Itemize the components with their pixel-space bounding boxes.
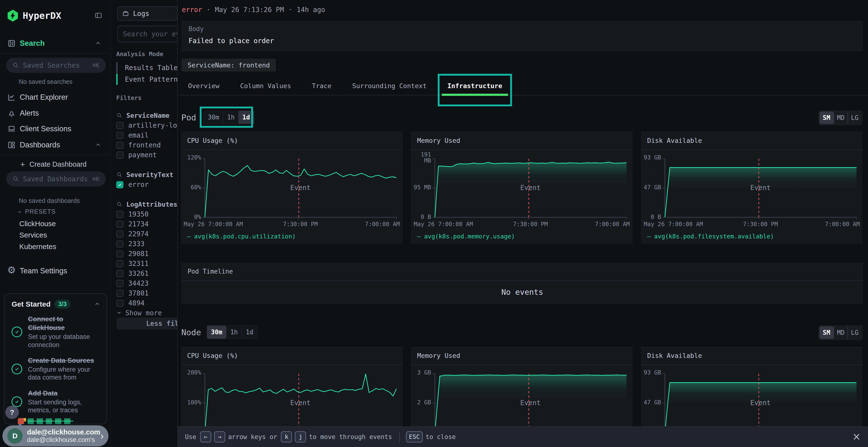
filter-option-label: 4894	[128, 299, 145, 307]
bell-icon	[7, 109, 16, 117]
filter-option[interactable]: 33261	[116, 269, 177, 278]
get-started-task[interactable]: Add DataStart sending logs, metrics, or …	[4, 385, 106, 418]
presets-toggle[interactable]: PRESETS	[17, 208, 56, 215]
sidebar-item-chart-explorer[interactable]: Chart Explorer	[0, 90, 111, 105]
filter-option[interactable]: 32311	[116, 259, 177, 269]
checkbox[interactable]	[116, 260, 123, 267]
sidebar-item-services[interactable]: Services	[19, 231, 47, 239]
tab-trace[interactable]: Trace	[312, 82, 331, 90]
chevron-up-icon[interactable]	[94, 301, 100, 307]
filter-group-logattributes: LogAttributes193502173422974233329081323…	[116, 199, 177, 318]
footer-arrow-text: arrow keys or	[228, 433, 277, 441]
less-filters-button[interactable]: Less fil	[117, 317, 177, 330]
filter-option[interactable]: 21734	[116, 219, 177, 229]
checkbox[interactable]	[116, 270, 123, 277]
chart-title: CPU Usage (%)	[187, 352, 238, 359]
source-selector-button[interactable]: Logs	[117, 6, 177, 21]
pod-size-lg[interactable]: LG	[847, 111, 862, 124]
filter-option[interactable]: error	[116, 180, 177, 190]
filter-option[interactable]: 2333	[116, 239, 177, 249]
legend-label: avg(k8s.pod.filesystem.available)	[654, 233, 774, 240]
chevron-up-icon[interactable]	[95, 40, 101, 46]
filter-group-header[interactable]: ServiceName	[116, 110, 177, 121]
filter-option[interactable]: payment	[116, 150, 177, 160]
checkbox[interactable]	[116, 280, 123, 287]
checkbox-checked[interactable]	[116, 181, 123, 188]
filter-option-label: error	[128, 181, 149, 188]
footer-jk-keys: kj	[281, 431, 309, 442]
chart-legend: —avg(k8s.pod.filesystem.available)	[647, 233, 774, 240]
filter-option[interactable]: 34423	[116, 278, 177, 288]
sidebar-item-search[interactable]: Search	[0, 36, 111, 50]
sidebar-item-alerts[interactable]: Alerts	[0, 106, 111, 121]
checkbox[interactable]	[116, 231, 123, 238]
saved-searches-input[interactable]: Saved Searches ⌘K	[6, 58, 105, 73]
filter-option[interactable]: 37801	[116, 288, 177, 298]
checkbox[interactable]	[116, 250, 123, 257]
event-search-input[interactable]: Search your ev	[117, 26, 177, 42]
filter-group-header[interactable]: SeverityText	[116, 170, 177, 180]
sidebar-item-client-sessions[interactable]: Client Sessions	[0, 122, 111, 136]
get-started-task[interactable]: Connect to ClickHouseSet up your databas…	[4, 311, 106, 352]
node-range-30m[interactable]: 30m	[207, 325, 226, 339]
node-range-1d[interactable]: 1d	[242, 325, 257, 339]
tab-column-values[interactable]: Column Values	[240, 82, 291, 90]
close-icon[interactable]: ×	[852, 431, 861, 442]
checkbox[interactable]	[116, 122, 123, 129]
sidebar-item-kubernetes[interactable]: Kubernetes	[19, 243, 56, 251]
filter-option[interactable]: artillery-loa	[116, 121, 177, 130]
node-size-sm[interactable]: SM	[819, 326, 834, 339]
filter-group-header[interactable]: LogAttributes	[116, 199, 177, 209]
pod-size-md[interactable]: MD	[834, 111, 847, 124]
checkbox[interactable]	[116, 211, 123, 218]
sidebar-item-team-settings[interactable]: ⚙ Team Settings	[0, 264, 111, 278]
checkbox[interactable]	[116, 142, 123, 149]
sidebar-item-dashboards[interactable]: Dashboards	[0, 138, 111, 152]
chevron-up-icon[interactable]	[95, 142, 101, 148]
show-more-button[interactable]: Show more	[116, 308, 177, 318]
sidebar-item-label: Alerts	[20, 109, 39, 117]
get-started-task[interactable]: Create Data SourcesConfigure where your …	[4, 352, 106, 385]
filter-option[interactable]: 19350	[116, 209, 177, 219]
filter-option-label: 37801	[128, 289, 149, 297]
service-name-chip[interactable]: ServiceName: frontend	[181, 59, 276, 72]
filter-option[interactable]: 22974	[116, 229, 177, 239]
analysis-mode-option-event-patterns[interactable]: Event Patterns	[116, 74, 177, 85]
presets-label: PRESETS	[25, 208, 56, 215]
node-chart-size-toggle: SMMDLG	[818, 325, 863, 340]
legend-line-swatch: —	[417, 233, 421, 240]
checkbox[interactable]	[116, 132, 123, 139]
checkbox[interactable]	[116, 240, 123, 248]
filter-option[interactable]: 29081	[116, 249, 177, 259]
pod-size-sm[interactable]: SM	[819, 111, 834, 124]
help-button[interactable]: ?	[5, 406, 19, 419]
sidebar-collapse-icon[interactable]	[94, 11, 103, 20]
checkbox[interactable]	[116, 300, 123, 307]
sidebar-item-clickhouse[interactable]: ClickHouse	[19, 220, 56, 228]
create-dashboard-button[interactable]: + Create Dashboard	[0, 157, 111, 171]
search-icon	[116, 201, 123, 207]
saved-dashboards-input[interactable]: Saved Dashboards ⌘K	[6, 171, 105, 186]
x-axis-tick-label: 7:30:00 PM	[283, 221, 318, 228]
divider	[0, 154, 111, 154]
annotation-box-infrastructure-tab	[438, 74, 512, 106]
tab-infrastructure[interactable]: Infrastructure	[447, 82, 502, 90]
checkbox[interactable]	[116, 290, 123, 297]
user-account-chip[interactable]: D dale@clickhouse.com dale@clickhouse.co…	[2, 425, 108, 447]
app-logo[interactable]: HyperDX	[7, 10, 61, 22]
filter-option[interactable]: email	[116, 130, 177, 140]
analysis-mode-option-results-table[interactable]: Results Table	[116, 62, 177, 73]
node-range-1h[interactable]: 1h	[226, 325, 242, 339]
legend-label: avg(k8s.pod.cpu.utilization)	[194, 233, 296, 240]
tab-overview[interactable]: Overview	[188, 82, 219, 90]
filter-option[interactable]: 4894	[116, 298, 177, 308]
node-size-md[interactable]: MD	[834, 326, 847, 339]
checkbox[interactable]	[116, 151, 123, 159]
cmd-k-shortcut: ⌘K	[92, 62, 100, 69]
node-size-lg[interactable]: LG	[847, 326, 862, 339]
tab-surrounding-context[interactable]: Surrounding Context	[352, 82, 427, 90]
checkbox[interactable]	[116, 220, 123, 228]
layout-grid-icon	[7, 141, 16, 149]
filter-option[interactable]: frontend	[116, 140, 177, 150]
chart-card-header: Disk Available	[641, 346, 863, 365]
